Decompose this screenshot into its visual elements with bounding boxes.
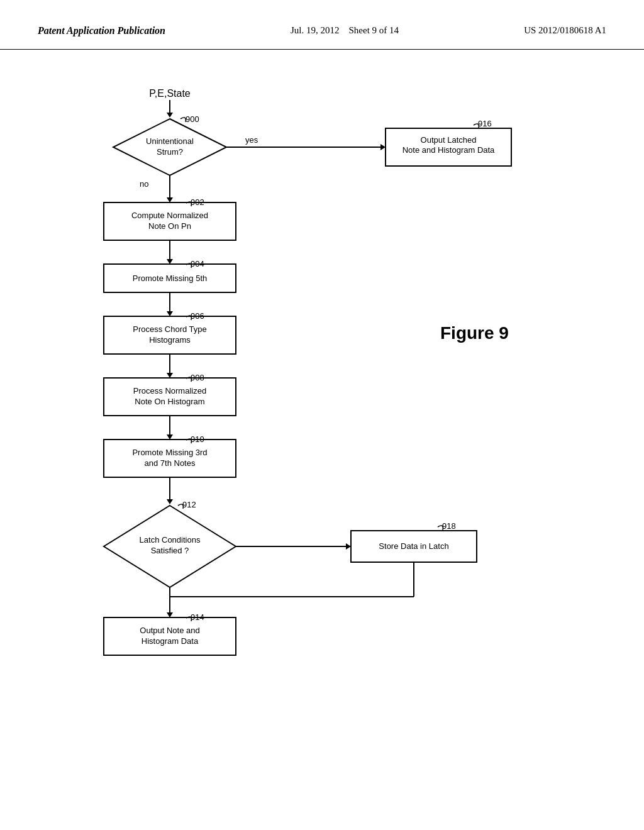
svg-text:Promote Missing 5th: Promote Missing 5th: [133, 274, 208, 283]
label-906: 906: [191, 311, 204, 321]
svg-marker-9: [167, 197, 173, 202]
svg-text:Process Normalized: Process Normalized: [133, 386, 206, 396]
svg-text:and 7th Notes: and 7th Notes: [145, 458, 196, 468]
svg-text:Histogram Data: Histogram Data: [142, 636, 199, 646]
sheet-info: Sheet 9 of 14: [349, 25, 399, 35]
svg-text:Compute Normalized: Compute Normalized: [131, 211, 208, 220]
svg-marker-20: [167, 373, 173, 378]
svg-marker-28: [167, 499, 173, 504]
svg-text:Note On Pn: Note On Pn: [148, 221, 191, 231]
svg-text:Note On  Histogram: Note On Histogram: [135, 397, 204, 406]
svg-text:Process Chord Type: Process Chord Type: [133, 324, 207, 334]
label-912: 912: [182, 500, 196, 509]
no-label: no: [140, 179, 148, 189]
label-900: 900: [186, 114, 199, 124]
svg-text:Output Note and: Output Note and: [140, 626, 199, 635]
svg-text:Strum?: Strum?: [157, 147, 183, 157]
svg-marker-1: [167, 113, 173, 118]
svg-text:Store Data in Latch: Store Data in Latch: [379, 541, 448, 551]
svg-marker-32: [346, 543, 351, 550]
svg-text:Unintentional: Unintentional: [146, 136, 194, 146]
svg-marker-16: [167, 311, 173, 316]
svg-text:Latch Conditions: Latch Conditions: [140, 535, 201, 545]
yes-label: yes: [245, 135, 258, 145]
svg-text:Satisfied ?: Satisfied ?: [151, 546, 189, 555]
header-info: Jul. 19, 2012 Sheet 9 of 14: [291, 25, 399, 36]
figure-label: Figure 9: [440, 323, 509, 343]
svg-text:Output Latched: Output Latched: [421, 135, 477, 145]
page-header: Patent Application Publication Jul. 19, …: [0, 0, 644, 50]
svg-marker-24: [167, 434, 173, 440]
svg-text:Note and Histogram Data: Note and Histogram Data: [402, 145, 495, 155]
svg-text:Promote Missing 3rd: Promote Missing 3rd: [132, 448, 207, 457]
label-902: 902: [191, 197, 204, 207]
svg-text:Histograms: Histograms: [149, 335, 191, 345]
svg-marker-5: [380, 144, 386, 150]
svg-marker-37: [167, 612, 173, 617]
publication-date: Jul. 19, 2012: [291, 25, 340, 35]
start-label: P,E,State: [149, 88, 191, 99]
label-918: 918: [442, 521, 456, 531]
label-916: 916: [478, 119, 492, 128]
diagram-area: P,E,State Unintentional Strum? 900 yes O…: [0, 50, 644, 804]
flowchart-svg: P,E,State Unintentional Strum? 900 yes O…: [0, 50, 644, 804]
svg-marker-13: [167, 259, 173, 264]
label-908: 908: [191, 373, 204, 382]
label-904: 904: [191, 259, 204, 268]
publication-title: Patent Application Publication: [38, 25, 165, 36]
label-914: 914: [191, 612, 204, 622]
label-910: 910: [191, 434, 204, 444]
patent-number: US 2012/0180618 A1: [524, 25, 606, 36]
